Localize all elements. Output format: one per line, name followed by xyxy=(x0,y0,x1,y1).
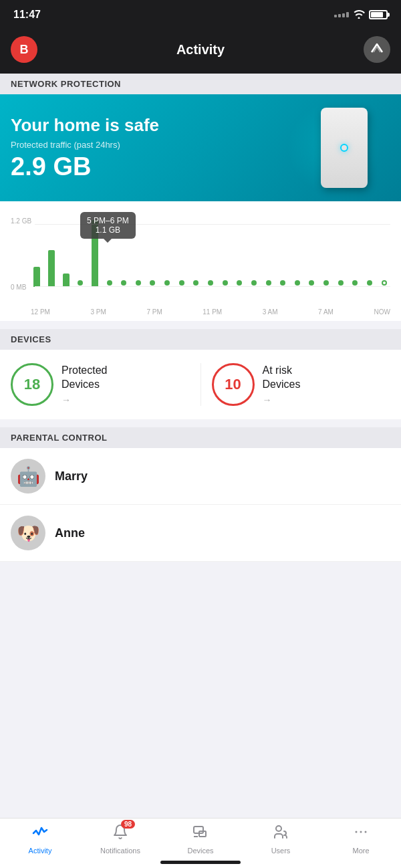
dot-17 xyxy=(280,280,285,286)
svg-point-5 xyxy=(356,831,358,833)
dot-9 xyxy=(164,280,170,286)
chart-bars-area: 1.2 GB 0 MB xyxy=(11,212,390,306)
nav-label-devices: Devices xyxy=(187,847,213,855)
x-label-4: 3 AM xyxy=(263,308,278,316)
network-protection-label: NETWORK PROTECTION xyxy=(0,74,401,94)
dot-23 xyxy=(367,280,372,286)
x-label-3: 11 PM xyxy=(203,308,222,316)
devices-section: 18 ProtectedDevices → 10 At riskDevices … xyxy=(0,350,401,419)
activity-icon xyxy=(32,824,48,844)
protected-devices-card[interactable]: 18 ProtectedDevices → xyxy=(11,363,190,406)
network-subtitle: Protected traffic (past 24hrs) xyxy=(11,140,159,150)
bar-2 xyxy=(63,274,70,287)
home-indicator xyxy=(160,861,241,864)
x-label-1: 3 PM xyxy=(90,308,106,316)
parental-avatar-anne: 🐶 xyxy=(11,516,45,550)
at-risk-devices-card[interactable]: 10 At riskDevices → xyxy=(212,363,391,406)
brand-logo[interactable] xyxy=(364,36,390,63)
at-risk-device-info: At riskDevices → xyxy=(263,364,391,405)
dot-13 xyxy=(223,280,228,286)
nav-item-notifications[interactable]: 98 Notifications xyxy=(80,824,160,855)
traffic-chart: 5 PM–6 PM 1.1 GB 1.2 GB 0 MB 12 PM3 PM7 … xyxy=(0,201,401,321)
protected-count-circle: 18 xyxy=(11,363,53,406)
status-time: 11:47 xyxy=(13,9,41,21)
bar-item-2 xyxy=(59,274,72,287)
dot-22 xyxy=(352,280,358,286)
at-risk-arrow: → xyxy=(263,395,391,405)
battery-icon xyxy=(369,10,388,19)
bar-0 xyxy=(33,267,40,287)
status-icons xyxy=(334,9,388,21)
nav-item-users[interactable]: Users xyxy=(241,824,321,855)
nav-item-more[interactable]: More xyxy=(321,824,401,855)
svg-point-6 xyxy=(360,831,362,833)
network-protection-banner: Your home is safe Protected traffic (pas… xyxy=(0,94,401,201)
parental-control-section: 🤖 Marry 🐶 Anne xyxy=(0,448,401,562)
devices-icon xyxy=(192,824,209,844)
protected-label: ProtectedDevices xyxy=(61,364,190,392)
parental-avatar-marry: 🤖 xyxy=(11,459,45,494)
x-label-0: 12 PM xyxy=(31,308,50,316)
dot-14 xyxy=(237,280,242,286)
router-illustration xyxy=(267,94,401,201)
nav-label-activity: Activity xyxy=(29,847,52,855)
parental-user-marry[interactable]: 🤖 Marry xyxy=(0,448,401,505)
svg-rect-0 xyxy=(366,39,388,60)
dot-empty-24 xyxy=(382,280,387,286)
dot-7 xyxy=(136,280,141,286)
dot-8 xyxy=(150,280,155,286)
bar-item-1 xyxy=(45,250,58,287)
parental-name-anne: Anne xyxy=(55,526,85,540)
at-risk-label: At riskDevices xyxy=(263,364,391,392)
parental-name-marry: Marry xyxy=(55,469,88,483)
wifi-icon xyxy=(353,9,365,21)
at-risk-count-circle: 10 xyxy=(212,363,255,406)
signal-icon xyxy=(334,12,349,17)
parental-user-anne[interactable]: 🐶 Anne xyxy=(0,505,401,562)
nav-item-devices[interactable]: Devices xyxy=(160,824,241,855)
dot-19 xyxy=(309,280,314,286)
tooltip-time: 5 PM–6 PM xyxy=(87,216,129,225)
nav-label-more: More xyxy=(352,847,369,855)
devices-divider xyxy=(200,363,201,406)
users-icon xyxy=(273,824,289,844)
x-label-6: NOW xyxy=(374,308,390,316)
status-bar: 11:47 xyxy=(0,0,401,29)
dot-3 xyxy=(78,280,83,286)
nav-label-users: Users xyxy=(271,847,291,855)
bars-container xyxy=(11,225,390,306)
user-avatar-b[interactable]: B xyxy=(11,36,37,63)
bell-icon: 98 xyxy=(112,824,128,844)
dot-15 xyxy=(251,280,257,286)
dot-18 xyxy=(295,280,300,286)
devices-section-label: DEVICES xyxy=(0,329,401,350)
chart-x-labels: 12 PM3 PM7 PM11 PM3 AM7 AMNOW xyxy=(11,308,390,316)
bar-1 xyxy=(48,250,55,287)
gridline-bottom xyxy=(35,286,390,287)
network-headline: Your home is safe xyxy=(11,115,159,136)
dot-12 xyxy=(208,280,213,286)
network-data-amount: 2.9 GB xyxy=(11,152,159,181)
header-title: Activity xyxy=(176,42,225,58)
nav-label-notifications: Notifications xyxy=(100,847,140,855)
nav-item-activity[interactable]: Activity xyxy=(0,824,80,855)
dot-11 xyxy=(193,280,198,286)
svg-point-7 xyxy=(365,831,367,833)
chart-y-top: 1.2 GB xyxy=(11,217,31,225)
dot-16 xyxy=(266,280,271,286)
parental-control-label: PARENTAL CONTROL xyxy=(0,427,401,448)
tooltip-value: 1.1 GB xyxy=(87,225,129,235)
protected-device-info: ProtectedDevices → xyxy=(61,364,190,405)
x-label-2: 7 PM xyxy=(146,308,162,316)
more-icon xyxy=(353,824,369,844)
svg-point-4 xyxy=(276,826,281,831)
dot-5 xyxy=(107,280,112,286)
notifications-badge: 98 xyxy=(121,820,135,829)
app-header: B Activity xyxy=(0,29,401,74)
dot-21 xyxy=(338,280,344,286)
dot-20 xyxy=(323,280,329,286)
chart-y-bottom: 0 MB xyxy=(11,284,26,291)
dot-6 xyxy=(121,280,126,286)
chart-tooltip: 5 PM–6 PM 1.1 GB xyxy=(80,212,136,239)
x-label-5: 7 AM xyxy=(318,308,333,316)
